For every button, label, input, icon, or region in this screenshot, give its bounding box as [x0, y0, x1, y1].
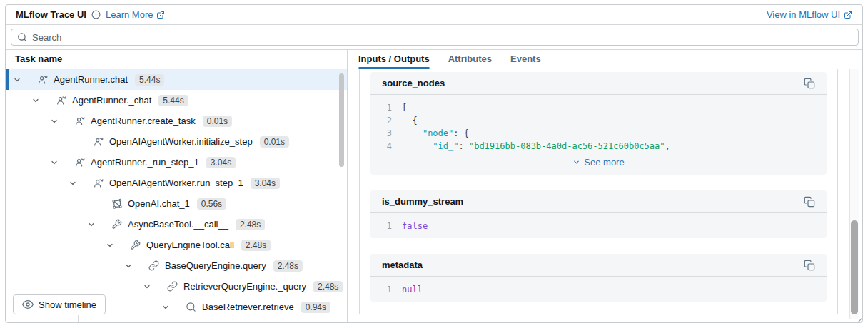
learn-more-label: Learn More — [106, 9, 153, 20]
span-name: OpenAIAgentWorker.run_step_1 — [109, 178, 243, 188]
tree-row[interactable]: AgentRunner.chat5.44s — [6, 69, 347, 90]
tree-header-label: Task name — [15, 53, 62, 64]
span-name: AgentRunner.create_task — [91, 116, 196, 126]
span-name: QueryEngineTool.call — [146, 240, 234, 250]
chevron-down-icon[interactable] — [124, 262, 133, 270]
search-input[interactable]: Search — [11, 29, 859, 46]
inspector-panel: Inputs / Outputs Attributes Events sourc… — [348, 50, 863, 323]
tree-row[interactable]: VectorIndexRetriever._retrieve0.94s — [6, 317, 347, 323]
duration-badge: 0.01s — [260, 136, 289, 148]
span-name: OpenAI.chat_1 — [128, 198, 190, 209]
tab-events[interactable]: Events — [510, 50, 541, 68]
span-tree: AgentRunner.chat5.44sAgentRunner._chat5.… — [6, 69, 347, 323]
code-line: 1null — [382, 283, 815, 296]
retriever-icon — [204, 322, 216, 324]
tree-row[interactable]: AsyncBaseTool.__call__2.48s — [6, 214, 347, 235]
span-name: AsyncBaseTool.__call__ — [128, 219, 228, 230]
tree-row[interactable]: AgentRunner._run_step_13.04s — [6, 152, 347, 173]
duration-badge: 0.56s — [197, 198, 226, 210]
section-title: is_dummy_stream — [382, 196, 463, 207]
duration-badge: 5.44s — [135, 74, 164, 86]
view-in-mlflow-link[interactable]: View in MLflow UI — [767, 9, 852, 20]
app-title: MLflow Trace UI — [16, 9, 86, 20]
external-link-icon — [844, 11, 852, 19]
chevron-down-icon[interactable] — [50, 117, 59, 125]
section-title: source_nodes — [382, 78, 445, 88]
agent-icon — [93, 136, 104, 148]
duration-badge: 0.94s — [301, 302, 330, 313]
chain-icon — [167, 281, 178, 292]
line-number: 1 — [382, 101, 392, 114]
duration-badge: 2.48s — [236, 219, 265, 230]
section-source_nodes: source_nodes1[2 {3 "node": {4 "id_": "bd… — [370, 72, 827, 175]
info-icon[interactable] — [91, 10, 101, 19]
inspector-content: source_nodes1[2 {3 "node": {4 "id_": "bd… — [359, 69, 838, 314]
retriever-icon — [186, 302, 197, 313]
section-header: source_nodes — [370, 72, 827, 95]
code-line: 3 "node": { — [382, 127, 815, 140]
tab-attributes[interactable]: Attributes — [448, 50, 492, 68]
chat-model-icon — [111, 198, 123, 210]
tool-icon — [130, 240, 141, 251]
chevron-down-icon[interactable] — [31, 96, 40, 105]
span-name: BaseRetriever.retrieve — [202, 302, 294, 312]
search-row: Search — [6, 25, 862, 50]
agent-icon — [56, 95, 67, 106]
chevron-down-icon[interactable] — [87, 220, 96, 229]
chevron-down-icon[interactable] — [69, 179, 77, 188]
eye-icon — [22, 299, 34, 310]
tree-row[interactable]: QueryEngineTool.call2.48s — [6, 235, 347, 255]
task-tree-panel: Task name AgentRunner.chat5.44sAgentRunn… — [6, 50, 348, 323]
line-number: 1 — [382, 283, 392, 296]
agent-icon — [93, 178, 104, 189]
tree-scrollbar[interactable] — [339, 73, 344, 167]
see-more-button[interactable]: See more — [382, 153, 815, 169]
chevron-down-icon[interactable] — [13, 76, 21, 84]
line-number: 2 — [382, 114, 392, 127]
agent-icon — [37, 74, 49, 86]
see-more-label: See more — [584, 157, 624, 168]
learn-more-link[interactable]: Learn More — [106, 9, 165, 20]
tree-row[interactable]: OpenAI.chat_10.56s — [6, 193, 347, 214]
main-area: Task name AgentRunner.chat5.44sAgentRunn… — [6, 50, 862, 323]
tree-row[interactable]: AgentRunner._chat5.44s — [6, 90, 347, 111]
code-line: 4 "id_": "bd1916bb-083b-4a0d-ac56-521c60… — [382, 140, 815, 153]
inspector-scrollbar[interactable] — [851, 220, 858, 314]
line-number: 4 — [382, 140, 392, 153]
code-block: 1[2 {3 "node": {4 "id_": "bd1916bb-083b-… — [370, 95, 827, 175]
tree-row[interactable]: OpenAIAgentWorker.initialize_step0.01s — [6, 131, 347, 152]
section-header: is_dummy_stream — [370, 190, 827, 213]
chevron-down-icon[interactable] — [106, 241, 114, 250]
span-name: RetrieverQueryEngine._query — [183, 281, 306, 292]
resize-handle-icon[interactable] — [854, 314, 863, 323]
line-number: 1 — [382, 220, 392, 232]
chain-icon — [148, 260, 160, 272]
duration-badge: 2.48s — [241, 240, 271, 251]
chevron-down-icon[interactable] — [161, 303, 170, 312]
span-name: BaseQueryEngine.query — [165, 260, 266, 271]
section-is_dummy_stream: is_dummy_stream1false — [370, 190, 827, 238]
tree-row[interactable]: BaseQueryEngine.query2.48s — [6, 255, 347, 276]
tree-row[interactable]: OpenAIAgentWorker.run_step_13.04s — [6, 173, 347, 193]
code-block: 1null — [370, 277, 827, 302]
code-line: 1[ — [382, 101, 815, 114]
chevron-spacer — [87, 200, 96, 208]
chevron-down-icon[interactable] — [50, 158, 59, 167]
tree-row[interactable]: RetrieverQueryEngine._query2.48s — [6, 276, 347, 297]
chevron-down-icon — [572, 158, 580, 166]
show-timeline-label: Show timeline — [39, 299, 96, 310]
copy-icon[interactable] — [804, 78, 815, 89]
copy-icon[interactable] — [804, 260, 815, 271]
tab-inputs-outputs[interactable]: Inputs / Outputs — [358, 50, 430, 68]
chevron-down-icon[interactable] — [143, 282, 151, 291]
line-number: 3 — [382, 127, 392, 140]
copy-icon[interactable] — [804, 196, 815, 208]
tree-row[interactable]: AgentRunner.create_task0.01s — [6, 111, 347, 131]
show-timeline-button[interactable]: Show timeline — [13, 294, 106, 314]
agent-icon — [74, 116, 86, 127]
duration-badge: 5.44s — [158, 95, 188, 106]
duration-badge: 3.04s — [251, 178, 280, 189]
span-name: AgentRunner.chat — [54, 74, 128, 85]
view-in-mlflow-label: View in MLflow UI — [767, 9, 840, 20]
code-block: 1false — [370, 213, 827, 238]
